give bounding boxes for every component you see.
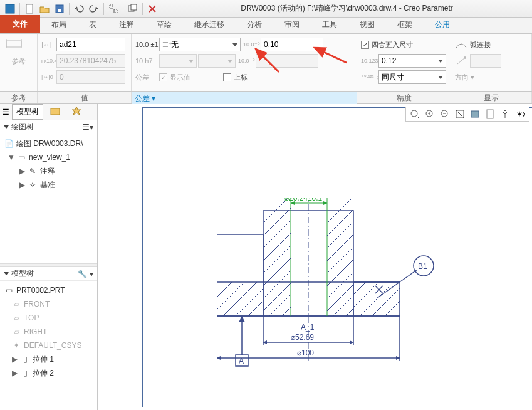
svg-line-59 bbox=[353, 282, 366, 295]
tree-options-icon[interactable]: ☰▾ bbox=[83, 123, 93, 132]
dim-value-input[interactable] bbox=[56, 38, 125, 51]
refit-icon[interactable] bbox=[408, 108, 422, 120]
svg-point-16 bbox=[411, 110, 417, 117]
windows-icon[interactable] bbox=[126, 2, 140, 16]
svg-text:✶x: ✶x bbox=[516, 110, 525, 118]
repaint-icon[interactable] bbox=[453, 108, 467, 120]
tab-review[interactable]: 审阅 bbox=[273, 16, 311, 33]
tol-lower-input bbox=[256, 54, 318, 68]
model-tree-tab[interactable]: 模型树 bbox=[12, 104, 43, 120]
gl-prec: 精度 bbox=[357, 92, 451, 103]
svg-line-52 bbox=[327, 234, 353, 261]
mt-front[interactable]: ▱FRONT bbox=[0, 297, 97, 311]
ref-label: 参考 bbox=[12, 56, 26, 66]
sheet-icon[interactable] bbox=[483, 108, 497, 120]
tree-datum[interactable]: ▶✧基准 bbox=[0, 178, 97, 192]
svg-line-40 bbox=[263, 208, 291, 236]
tab-frame[interactable]: 框架 bbox=[386, 16, 424, 33]
dim-diam-top[interactable]: ⌀20.24±0.1 bbox=[284, 198, 323, 202]
navigator-panel: ☰ 模型树 绘图树 ☰▾ 📄绘图 DRW0003.DR\ ▼▭new_view_… bbox=[0, 104, 98, 410]
svg-rect-0 bbox=[6, 4, 14, 13]
tab-tools[interactable]: 工具 bbox=[311, 16, 348, 33]
datum-b[interactable]: B1 bbox=[377, 256, 434, 298]
tol-code2: 10 h7 bbox=[135, 57, 157, 65]
svg-line-63 bbox=[385, 301, 400, 316]
axis-display-icon[interactable]: ✶x bbox=[513, 108, 527, 120]
svg-line-34 bbox=[223, 282, 257, 316]
undo-icon[interactable] bbox=[72, 2, 86, 16]
model-tree-header[interactable]: 模型树 🔧 ▾ bbox=[0, 267, 97, 281]
draw-tree-header[interactable]: 绘图树 ☰▾ bbox=[0, 120, 97, 134]
model-tree-body: ▭PRT0002.PRT ▱FRONT ▱TOP ▱RIGHT ✦DEFAULT… bbox=[0, 281, 97, 410]
group-reference: 参考 bbox=[0, 34, 38, 91]
axis-label[interactable]: A_1 bbox=[301, 323, 315, 332]
show-value-check bbox=[159, 73, 167, 81]
tab-analysis[interactable]: 分析 bbox=[236, 16, 273, 33]
window-title: DRW0003 (活动的) F:\晴峰学习\drw0003.drw.4 - Cr… bbox=[164, 3, 529, 14]
precision-same-select[interactable]: 同尺寸 bbox=[378, 70, 446, 84]
round-check[interactable] bbox=[361, 41, 369, 49]
tree-root[interactable]: 📄绘图 DRW0003.DR\ bbox=[0, 137, 97, 150]
svg-line-50 bbox=[327, 209, 353, 236]
open-icon[interactable] bbox=[38, 2, 51, 16]
tab-layout[interactable]: 布局 bbox=[40, 16, 78, 33]
datum-display-icon[interactable] bbox=[498, 108, 512, 120]
regen-icon[interactable] bbox=[107, 2, 120, 16]
model-tree-filter-icon[interactable]: 🔧 bbox=[78, 270, 87, 278]
redo-icon[interactable] bbox=[87, 2, 101, 16]
display-style-icon[interactable] bbox=[468, 108, 482, 120]
app-icon[interactable] bbox=[3, 2, 17, 16]
svg-text:B1: B1 bbox=[418, 262, 427, 271]
tab-sketch[interactable]: 草绘 bbox=[145, 16, 183, 33]
tab-table[interactable]: 表 bbox=[78, 16, 108, 33]
precision-select[interactable]: 0.12 bbox=[378, 54, 446, 68]
zoom-in-icon[interactable] bbox=[423, 108, 437, 120]
svg-line-51 bbox=[327, 222, 353, 248]
tree-ann[interactable]: ▶✎注释 bbox=[0, 164, 97, 178]
tab-format[interactable]: 公用 bbox=[424, 16, 461, 33]
drawing-canvas[interactable]: ✶x bbox=[98, 104, 532, 410]
datum-a[interactable]: A bbox=[236, 316, 248, 366]
tol-type-select[interactable]: ☰⁺ 无 bbox=[159, 38, 241, 51]
mt-prt[interactable]: ▭PRT0002.PRT bbox=[0, 283, 97, 297]
zoom-out-icon[interactable] bbox=[438, 108, 452, 120]
tree-collapse-icon[interactable]: ☰ bbox=[3, 108, 9, 117]
svg-rect-8 bbox=[6, 41, 21, 47]
gl-ref: 参考 bbox=[0, 92, 38, 103]
tab-annotate[interactable]: 注释 bbox=[108, 16, 145, 33]
drawing-view[interactable]: ⌀20.24±0.1 53 20.5 ⌀52.69 ⌀100 A_1 A bbox=[217, 198, 449, 399]
superscript-check[interactable] bbox=[223, 73, 231, 81]
gl-tol[interactable]: 公差 ▾ bbox=[132, 92, 357, 105]
mt-ext2[interactable]: ▶▯拉伸 2 bbox=[0, 366, 97, 380]
svg-line-56 bbox=[327, 285, 353, 311]
tree-view[interactable]: ▼▭new_view_1 bbox=[0, 150, 97, 164]
tol-small: 公差 bbox=[135, 73, 157, 82]
favorites-tab-icon[interactable] bbox=[67, 103, 86, 120]
mt-csys[interactable]: ✦DEFAULT_CSYS bbox=[0, 339, 97, 352]
tab-file[interactable]: 文件 bbox=[0, 15, 40, 33]
tol-upper-input[interactable] bbox=[261, 38, 323, 51]
svg-line-47 bbox=[269, 295, 291, 316]
dim-100[interactable]: ⌀100 bbox=[297, 349, 314, 357]
dim-52-69[interactable]: ⌀52.69 bbox=[291, 333, 314, 342]
direction-label: 方向 ▾ bbox=[455, 73, 474, 82]
mt-ext1[interactable]: ▶▯拉伸 1 bbox=[0, 352, 97, 366]
mt-top[interactable]: ▱TOP bbox=[0, 311, 97, 325]
close-icon[interactable] bbox=[145, 2, 159, 16]
new-icon[interactable] bbox=[23, 2, 36, 16]
svg-line-45 bbox=[263, 271, 291, 298]
arc-connect-label: 弧连接 bbox=[470, 40, 491, 50]
mt-right[interactable]: ▱RIGHT bbox=[0, 325, 97, 339]
tol-iso2 bbox=[198, 54, 236, 68]
tab-inherit[interactable]: 继承迁移 bbox=[183, 16, 236, 33]
svg-line-35 bbox=[236, 288, 263, 316]
svg-rect-15 bbox=[51, 108, 60, 115]
folder-tab-icon[interactable] bbox=[46, 103, 65, 120]
model-tree-opt-icon[interactable]: ▾ bbox=[90, 270, 93, 278]
svg-line-55 bbox=[327, 272, 353, 298]
save-icon[interactable] bbox=[53, 2, 66, 16]
round-label: 四舍五入尺寸 bbox=[372, 40, 413, 50]
group-value: |↔| ↦10.4 |↔|0 bbox=[38, 34, 132, 91]
tab-view[interactable]: 视图 bbox=[348, 16, 386, 33]
svg-line-38 bbox=[217, 282, 232, 297]
